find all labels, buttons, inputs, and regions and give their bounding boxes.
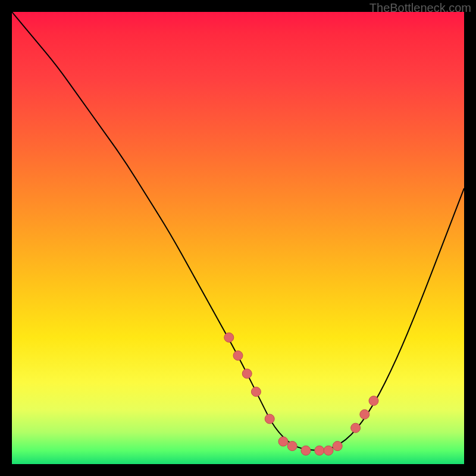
data-marker — [242, 369, 252, 378]
data-marker — [333, 441, 342, 451]
chart-svg — [12, 12, 464, 464]
plot-area — [12, 12, 464, 464]
data-marker — [278, 437, 288, 446]
data-marker — [287, 441, 297, 451]
watermark-text: TheBottleneck.com — [369, 1, 471, 15]
data-marker — [233, 351, 243, 361]
data-marker — [360, 409, 369, 419]
data-markers — [224, 333, 378, 455]
data-marker — [251, 387, 261, 396]
data-marker — [315, 446, 324, 455]
data-marker — [224, 333, 234, 342]
data-marker — [265, 414, 274, 424]
chart-container: TheBottleneck.com — [0, 0, 476, 476]
data-marker — [324, 446, 333, 455]
data-marker — [369, 396, 378, 406]
data-marker — [351, 423, 361, 433]
bottleneck-curve — [12, 12, 464, 450]
data-marker — [301, 446, 311, 455]
